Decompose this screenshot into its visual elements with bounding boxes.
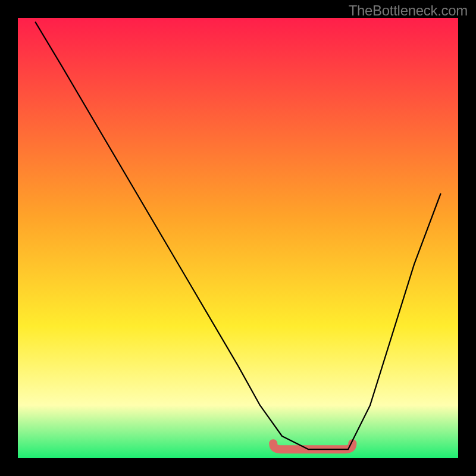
chart-container: TheBottleneck.com <box>0 0 476 476</box>
chart-svg <box>0 0 476 476</box>
watermark-text: TheBottleneck.com <box>349 2 468 19</box>
gradient-background <box>18 18 458 458</box>
